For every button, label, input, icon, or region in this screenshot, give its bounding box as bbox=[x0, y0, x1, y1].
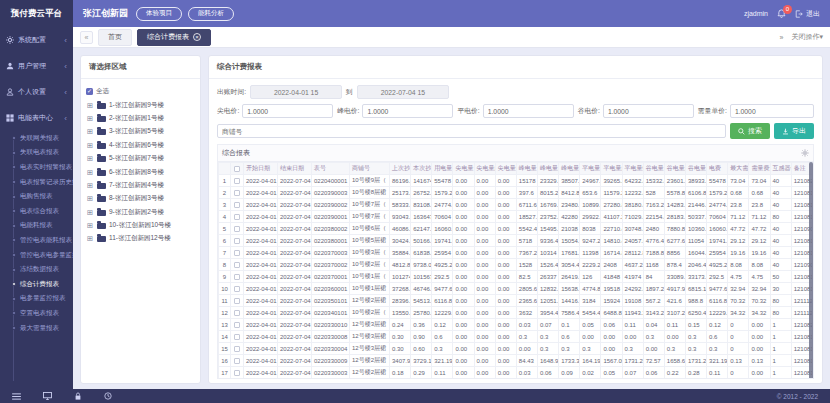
sidebar-subitem-1[interactable]: 失联电表报表 bbox=[20, 146, 73, 161]
tree-node-6[interactable]: ⊞7-张江创新园4号楼 bbox=[86, 179, 195, 192]
close-tab-icon[interactable]: × bbox=[193, 33, 201, 41]
row-checkbox[interactable] bbox=[234, 238, 240, 244]
cell-结束日期: 2022-07-04 bbox=[278, 187, 312, 199]
expand-node-icon[interactable]: ⊞ bbox=[86, 141, 94, 150]
sidebar-subitem-11[interactable]: 电参量监控报表 bbox=[20, 292, 73, 307]
tab-home[interactable]: 首页 bbox=[98, 29, 132, 46]
vertical-scrollbar[interactable] bbox=[809, 162, 813, 379]
sidebar-subitem-10[interactable]: 综合计费报表 bbox=[20, 277, 73, 292]
tree-node-10[interactable]: ⊞11-张江创新园12号楼 bbox=[86, 232, 195, 245]
menu-icon[interactable] bbox=[12, 393, 21, 400]
sidebar-subitem-9[interactable]: 冻结数据报表 bbox=[20, 262, 73, 277]
cell-平电量终: 0.3 bbox=[622, 343, 643, 355]
tree-node-5[interactable]: ⊞6-张江创新园8号楼 bbox=[86, 165, 195, 178]
row-checkbox[interactable] bbox=[234, 262, 240, 268]
sidebar-item-system-config[interactable]: 系统配置 ‹ bbox=[0, 27, 73, 53]
tree-node-2[interactable]: ⊞3-张江创新园5号楼 bbox=[86, 125, 195, 138]
expand-node-icon[interactable]: ⊞ bbox=[86, 127, 94, 136]
sidebar-subitem-8[interactable]: 管控电表电参量监控 bbox=[20, 248, 73, 263]
lock-icon[interactable] bbox=[74, 392, 82, 400]
sidebar-item-label: 用户管理 bbox=[18, 61, 46, 71]
expand-node-icon[interactable]: ⊞ bbox=[86, 101, 94, 110]
monitor-icon[interactable] bbox=[43, 392, 52, 400]
scroll-tabs-left-button[interactable]: « bbox=[80, 31, 93, 44]
cell-尖电量: 0.00 bbox=[453, 199, 474, 211]
sidebar-subitem-12[interactable]: 空置电表报表 bbox=[20, 306, 73, 321]
tree-node-1[interactable]: ⊞2-张江创新园1号楼 bbox=[86, 112, 195, 125]
expand-node-icon[interactable]: ⊞ bbox=[86, 154, 94, 163]
expand-node-icon[interactable]: ⊞ bbox=[86, 168, 94, 177]
cell-峰电量终: 8412.8 bbox=[559, 187, 580, 199]
sidebar-item-personal-settings[interactable]: 个人设置 ‹ bbox=[0, 79, 73, 105]
select-all-rows-checkbox[interactable] bbox=[234, 166, 240, 172]
sidebar-subitem-7[interactable]: 管控电表能耗报表 bbox=[20, 233, 73, 248]
experience-project-button[interactable]: 体验项目 bbox=[136, 7, 182, 21]
price-input[interactable] bbox=[483, 104, 574, 118]
sidebar-item-user-management[interactable]: 用户管理 ‹ bbox=[0, 53, 73, 79]
tree-node-9[interactable]: ⊞10-张江创新园10号楼 bbox=[86, 219, 195, 232]
sidebar-item-meter-center[interactable]: 电能表中心 ‹ bbox=[0, 105, 73, 131]
row-checkbox[interactable] bbox=[234, 226, 240, 232]
table-row: 62022-04-012022-07-04022038000110号楼5层裙30… bbox=[219, 235, 813, 247]
row-checkbox[interactable] bbox=[234, 178, 240, 184]
sidebar-subitem-5[interactable]: 电表综合报表 bbox=[20, 204, 73, 219]
export-button[interactable]: 导出 bbox=[774, 123, 814, 139]
row-checkbox[interactable] bbox=[234, 214, 240, 220]
row-checkbox[interactable] bbox=[234, 250, 240, 256]
row-checkbox[interactable] bbox=[234, 334, 240, 340]
select-all-node[interactable]: ✓ 全选 bbox=[86, 85, 195, 98]
tab-billing-report[interactable]: 综合计费报表 × bbox=[137, 29, 211, 46]
price-input[interactable] bbox=[242, 104, 333, 118]
row-checkbox[interactable] bbox=[234, 358, 240, 364]
row-checkbox[interactable] bbox=[234, 346, 240, 352]
row-checkbox[interactable] bbox=[234, 190, 240, 196]
search-button[interactable]: 搜索 bbox=[730, 123, 770, 139]
expand-node-icon[interactable]: ⊞ bbox=[86, 234, 94, 243]
date-from-input[interactable] bbox=[250, 85, 342, 99]
cell-谷电量: 567.2 bbox=[643, 295, 664, 307]
date-to-input[interactable] bbox=[357, 85, 449, 99]
price-input[interactable] bbox=[362, 104, 453, 118]
tree-node-3[interactable]: ⊞4-张江创新园6号楼 bbox=[86, 139, 195, 152]
expand-node-icon[interactable]: ⊞ bbox=[86, 221, 94, 230]
expand-node-icon[interactable]: ⊞ bbox=[86, 181, 94, 190]
expand-node-icon[interactable]: ⊞ bbox=[86, 114, 94, 123]
tree-node-4[interactable]: ⊞5-张江创新园7号楼 bbox=[86, 152, 195, 165]
row-checkbox[interactable] bbox=[234, 274, 240, 280]
expand-node-icon[interactable]: ⊞ bbox=[86, 194, 94, 203]
logout-button[interactable]: 退出 bbox=[795, 9, 820, 19]
tree-node-0[interactable]: ⊞1-张江创新园9号楼 bbox=[86, 98, 195, 111]
select-all-checkbox[interactable]: ✓ bbox=[86, 88, 93, 95]
tree-node-7[interactable]: ⊞8-张江创新园3号楼 bbox=[86, 192, 195, 205]
cell-电费: 321.19 bbox=[707, 355, 728, 367]
notification-bell-icon[interactable]: 0 bbox=[777, 9, 786, 18]
cell-电费: 0.6 bbox=[707, 331, 728, 343]
tree-node-8[interactable]: ⊞9-张江创新园2号楼 bbox=[86, 206, 195, 219]
cell-尖电量终: 0.00 bbox=[495, 283, 516, 295]
scroll-tabs-right-button[interactable]: » bbox=[780, 34, 784, 41]
cell-商铺号: 12号楼2层裙 bbox=[350, 295, 390, 307]
price-input[interactable] bbox=[730, 104, 814, 118]
row-checkbox[interactable] bbox=[234, 286, 240, 292]
row-checkbox[interactable] bbox=[234, 322, 240, 328]
cell-电费: 16060.4 bbox=[707, 223, 728, 235]
expand-node-icon[interactable]: ⊞ bbox=[86, 208, 94, 217]
row-checkbox[interactable] bbox=[234, 370, 240, 376]
row-checkbox[interactable] bbox=[234, 310, 240, 316]
sidebar-subitem-2[interactable]: 电表实时报警报表 bbox=[20, 160, 73, 175]
sidebar-subitem-4[interactable]: 电购售报表 bbox=[20, 189, 73, 204]
sidebar-subitem-6[interactable]: 电能耗报表 bbox=[20, 219, 73, 234]
energy-analysis-button[interactable]: 能耗分析 bbox=[188, 7, 234, 21]
history-icon[interactable] bbox=[104, 392, 112, 400]
cell-峰电量: 2574 bbox=[516, 379, 537, 380]
sidebar-subitem-0[interactable]: 失联网关报表 bbox=[20, 131, 73, 146]
row-checkbox[interactable] bbox=[234, 202, 240, 208]
table-row: 72022-04-012022-07-04022037000310号楼3层（35… bbox=[219, 247, 813, 259]
price-input[interactable] bbox=[603, 104, 694, 118]
column-settings-icon[interactable] bbox=[801, 149, 809, 157]
sidebar-subitem-3[interactable]: 电表报警记录历史报表 bbox=[20, 175, 73, 190]
shop-number-input[interactable] bbox=[217, 124, 726, 138]
sidebar-subitem-13[interactable]: 最大需量报表 bbox=[20, 321, 73, 336]
close-operations-dropdown[interactable]: 关闭操作▾ bbox=[791, 32, 823, 42]
row-checkbox[interactable] bbox=[234, 298, 240, 304]
